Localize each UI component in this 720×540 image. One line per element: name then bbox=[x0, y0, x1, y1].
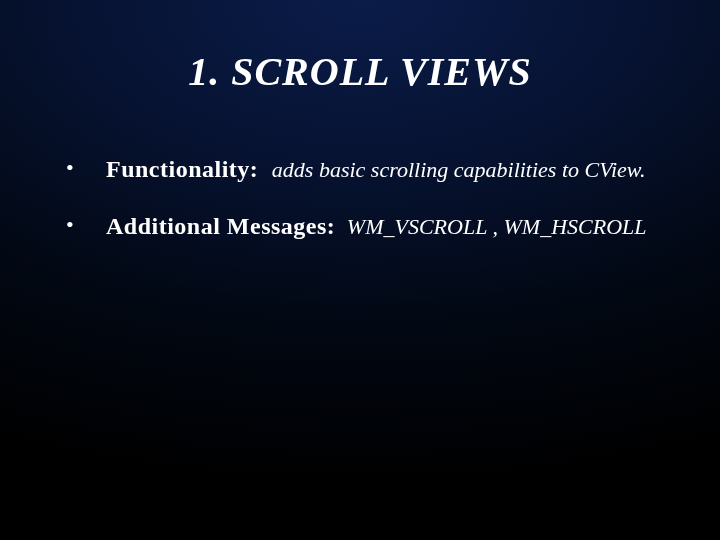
list-item: Functionality: adds basic scrolling capa… bbox=[62, 151, 670, 188]
bullet-label: Functionality: bbox=[106, 156, 258, 182]
bullet-desc: WM_VSCROLL , WM_HSCROLL bbox=[347, 214, 647, 239]
list-item: Additional Messages: WM_VSCROLL , WM_HSC… bbox=[62, 208, 670, 245]
bullet-list: Functionality: adds basic scrolling capa… bbox=[50, 151, 670, 245]
bullet-label: Additional Messages: bbox=[106, 213, 335, 239]
slide: 1. SCROLL VIEWS Functionality: adds basi… bbox=[0, 0, 720, 540]
slide-title: 1. SCROLL VIEWS bbox=[50, 48, 670, 95]
bullet-desc: adds basic scrolling capabilities to CVi… bbox=[272, 157, 646, 182]
